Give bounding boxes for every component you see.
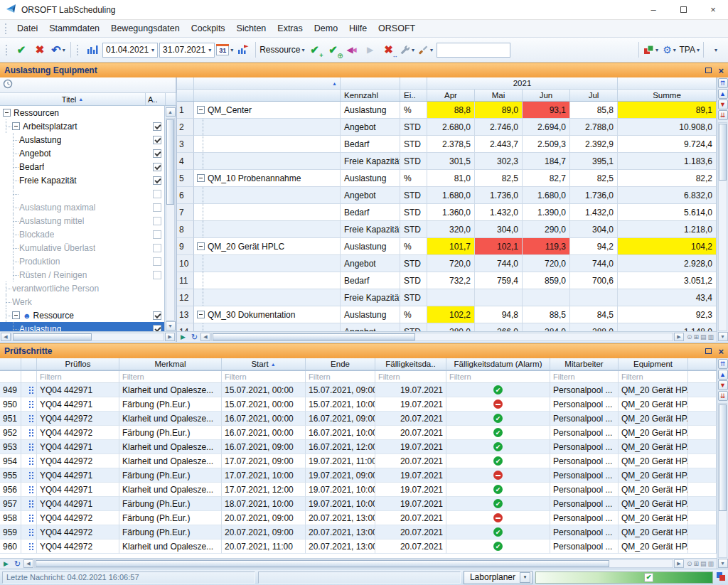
view-circle-icon[interactable]	[687, 560, 692, 567]
refresh-icon[interactable]	[12, 559, 23, 569]
scroll-thumb[interactable]	[213, 333, 415, 340]
table-row[interactable]: 2 Angebot STD 2.680,0 2.746,0 2.694,0 2.…	[177, 119, 717, 136]
table-row[interactable]: 5 QM_10 Probenannahme Auslastung % 81,0 …	[177, 170, 717, 187]
header-name-column[interactable]	[194, 77, 341, 90]
header-start[interactable]: Start	[222, 358, 306, 370]
cell-name[interactable]	[194, 204, 341, 221]
cancel-button[interactable]	[31, 41, 48, 59]
cell-name[interactable]	[194, 187, 341, 204]
unassign-button[interactable]	[380, 41, 397, 59]
scroll-left-icon[interactable]	[1, 333, 11, 341]
filter-faelligkeitsdatum[interactable]: Filtern	[375, 371, 446, 382]
pruefschritte-horizontal-scrollbar[interactable]	[0, 558, 717, 569]
drag-handle-icon[interactable]	[21, 511, 37, 525]
cell-name[interactable]: QM_30 Dokumentation	[194, 306, 341, 323]
scroll-up-icon[interactable]	[166, 107, 176, 117]
go-previous-row-icon[interactable]	[718, 370, 728, 380]
header-faelligkeitsdatum[interactable]: Fälligkeitsda..	[375, 358, 446, 370]
refresh-icon[interactable]	[189, 333, 200, 342]
filter-faelligkeitsdatum-alarm[interactable]: Filtern	[446, 371, 550, 382]
tree-item[interactable]: Auslastung	[0, 322, 164, 331]
tree-item-checkbox[interactable]	[153, 311, 161, 320]
header-mitarbeiter[interactable]: Mitarbeiter	[550, 358, 619, 370]
table-row[interactable]: 952 YQ04 442972 Färbung (Ph.Eur.) 16.07.…	[0, 426, 717, 440]
filter-start[interactable]: Filtern	[222, 371, 306, 382]
table-row[interactable]: 3 Bedarf STD 2.378,5 2.443,7 2.509,3 2.3…	[177, 136, 717, 153]
header-faelligkeitsdatum-alarm[interactable]: Fälligkeitsdatum (Alarm)	[446, 358, 550, 370]
header-ende[interactable]: Ende	[306, 358, 375, 370]
assign-button[interactable]	[306, 41, 323, 59]
undo-button[interactable]	[50, 41, 67, 59]
drag-handle-icon[interactable]	[21, 397, 37, 412]
menu-item[interactable]: ORSOFT	[373, 21, 421, 36]
assign-create-button[interactable]	[325, 41, 342, 59]
menu-item[interactable]: Datei	[11, 21, 43, 36]
table-row[interactable]: 6 Angebot STD 1.680,0 1.736,0 1.680,0 1.…	[177, 187, 717, 204]
header-summe[interactable]: Summe	[618, 90, 717, 101]
restore-panel-icon[interactable]	[705, 348, 712, 354]
search-input[interactable]	[437, 43, 510, 58]
expander-icon[interactable]	[3, 109, 11, 117]
maximize-icon[interactable]	[668, 0, 698, 19]
tree-item[interactable]: verantwortliche Person	[0, 281, 164, 295]
scroll-track[interactable]	[34, 559, 673, 568]
filter-merkmal[interactable]: Filtern	[119, 371, 222, 382]
move-back-button[interactable]	[343, 41, 360, 59]
tree-item[interactable]	[0, 187, 164, 200]
header-kennzahl[interactable]: Kennzahl	[341, 90, 400, 101]
scroll-thumb[interactable]	[719, 124, 727, 181]
expander-icon[interactable]	[197, 242, 205, 250]
scroll-down-icon[interactable]	[166, 321, 176, 331]
header-month-jun[interactable]: Jun	[523, 90, 570, 101]
close-panel-icon[interactable]	[718, 347, 724, 356]
scroll-left-icon[interactable]	[200, 333, 210, 341]
drag-handle-icon[interactable]	[21, 440, 37, 454]
drag-handle-icon[interactable]	[21, 426, 37, 440]
go-first-row-icon[interactable]	[718, 359, 728, 369]
filter-mitarbeiter[interactable]: Filtern	[550, 371, 619, 382]
restore-panel-icon[interactable]	[705, 68, 712, 73]
tree-item[interactable]: Auslastung mittel	[0, 214, 164, 227]
calendar-day-button[interactable]: 31	[216, 41, 233, 59]
tree-item-checkbox[interactable]	[153, 122, 161, 131]
view-grid-icon[interactable]	[693, 560, 699, 567]
tree-item[interactable]: Angebot	[0, 146, 164, 160]
date-from-field[interactable]: 01.04.2021	[102, 43, 158, 58]
tree-item-checkbox[interactable]	[153, 149, 161, 158]
header-month-jul[interactable]: Jul	[570, 90, 618, 101]
table-row[interactable]: 951 YQ04 442972 Klarheit und Opalesze...…	[0, 412, 717, 426]
table-row[interactable]: 950 YQ04 442971 Färbung (Ph.Eur.) 15.07.…	[0, 397, 717, 412]
date-to-field[interactable]: 31.07.2021	[159, 43, 215, 58]
table-row[interactable]: 10 Angebot STD 720,0 744,0 720,0 744,0 2…	[177, 255, 717, 272]
go-previous-row-icon[interactable]	[718, 89, 728, 99]
table-row[interactable]: 12 Freie Kapazität STD 43,4	[177, 289, 717, 306]
menu-item[interactable]: Stammdaten	[43, 21, 105, 36]
scroll-thumb[interactable]	[36, 560, 609, 567]
scroll-track[interactable]	[718, 122, 727, 331]
play-icon[interactable]	[178, 333, 188, 342]
tree-item[interactable]: Kumulative Überlast	[0, 241, 164, 254]
drag-handle-icon[interactable]	[21, 483, 37, 497]
confirm-button[interactable]	[13, 41, 30, 59]
scroll-right-icon[interactable]	[674, 333, 684, 341]
cell-name[interactable]	[194, 289, 341, 306]
close-panel-icon[interactable]	[718, 66, 724, 75]
cell-name[interactable]: QM_10 Probenannahme	[194, 170, 341, 187]
drag-handle-icon[interactable]	[21, 412, 37, 426]
tree-item[interactable]: Arbeitsplatzart	[0, 119, 164, 133]
tree-item[interactable]: Freie Kapazität	[0, 173, 164, 187]
header-month-apr[interactable]: Apr	[427, 90, 475, 101]
scroll-left-icon[interactable]	[23, 559, 33, 568]
scroll-down-icon[interactable]	[718, 559, 728, 568]
cell-name[interactable]	[194, 136, 341, 153]
drag-handle-icon[interactable]	[21, 525, 37, 540]
header-merkmal[interactable]: Merkmal	[119, 358, 222, 370]
tree-item[interactable]: Blockade	[0, 227, 164, 241]
header-einheit[interactable]: Ei..	[400, 90, 427, 101]
expander-icon[interactable]	[12, 122, 20, 130]
toolbar-overflow-button[interactable]	[707, 41, 724, 59]
drag-handle-icon[interactable]	[21, 468, 37, 483]
export-dropdown[interactable]	[643, 41, 660, 59]
menu-item[interactable]: Cockpits	[186, 21, 231, 36]
chart-flag-button[interactable]	[235, 41, 252, 59]
